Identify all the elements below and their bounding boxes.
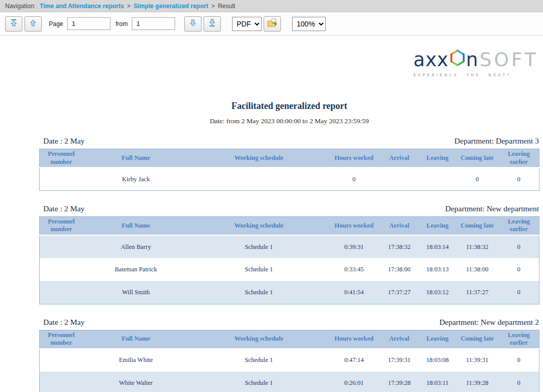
table-cell: 18:03:14 — [419, 235, 456, 258]
table-row: White WalterSchedule 10:26:0117:39:2818:… — [40, 372, 539, 392]
report-toolbar: Page from PDF 100% — [0, 12, 543, 36]
breadcrumb-separator: > — [127, 3, 130, 10]
column-header: Personnel number — [40, 216, 83, 235]
table-cell: 0:47:14 — [329, 349, 379, 372]
table-cell: 17:37:27 — [379, 281, 419, 304]
from-label: from — [116, 20, 128, 27]
table-cell: 0 — [499, 235, 539, 258]
table-cell: Bateman Patrick — [83, 258, 189, 281]
table-cell: Schedule 1 — [189, 372, 329, 392]
section-date-label: Date : 2 May — [43, 204, 84, 213]
first-page-icon — [10, 19, 18, 29]
column-header: Working schedule — [189, 149, 329, 168]
table-cell: 0 — [499, 372, 539, 392]
logo-hexagon-icon — [449, 49, 466, 70]
table-cell: 11:38:00 — [455, 258, 498, 281]
logo-text-n: n — [466, 50, 478, 69]
previous-page-icon — [29, 19, 37, 29]
report-table: Personnel numberFull NameWorking schedul… — [39, 149, 539, 191]
logo-text-soft: SOFT — [479, 50, 538, 69]
table-cell — [40, 372, 83, 392]
column-header: Full Name — [83, 330, 189, 349]
column-header: Leaving earlier — [499, 149, 539, 168]
section-header: Date : 2 May Department: Department 3 — [39, 136, 539, 149]
export-format-select[interactable]: PDF — [232, 17, 262, 31]
breadcrumb: Navigation: Time and Attendance reports … — [0, 0, 543, 12]
table-cell: Kirby Jack — [83, 167, 189, 190]
section-date-label: Date : 2 May — [43, 136, 84, 146]
logo-tagline: EXPERIENCE THE NEXT* — [413, 73, 538, 77]
column-header: Working schedule — [189, 216, 329, 235]
table-cell: 11:39:28 — [455, 372, 498, 392]
next-page-icon — [189, 19, 197, 29]
table-cell — [40, 167, 83, 190]
table-cell: 0 — [499, 281, 539, 304]
section-date-label: Date : 2 May — [43, 318, 84, 327]
column-header: Coming late — [455, 216, 498, 235]
previous-page-button[interactable] — [24, 16, 42, 32]
table-cell: Will Smith — [83, 281, 189, 304]
column-header: Leaving earlier — [499, 216, 539, 235]
table-header-row: Personnel numberFull NameWorking schedul… — [40, 330, 539, 349]
table-cell: 11:38:32 — [455, 235, 498, 258]
table-cell: 18:03:13 — [419, 258, 456, 281]
zoom-level-select[interactable]: 100% — [292, 17, 326, 31]
table-cell: Schedule 1 — [189, 281, 329, 304]
report-section: Date : 2 May Department: New department … — [39, 318, 539, 392]
table-cell: 0:41:54 — [329, 281, 379, 304]
table-cell: 17:38:00 — [379, 258, 419, 281]
breadcrumb-current: Result — [218, 3, 235, 10]
table-cell: 0:39:31 — [329, 235, 379, 258]
column-header: Full Name — [83, 216, 189, 235]
breadcrumb-link-simple-generalized[interactable]: Simple generalized report — [133, 3, 208, 10]
report-page: axx n SOFT EXPERIENCE THE NEXT* Facilita… — [0, 49, 543, 392]
table-header-row: Personnel numberFull NameWorking schedul… — [40, 149, 539, 168]
column-header: Hours worked — [329, 330, 379, 349]
table-cell: 11:39:31 — [455, 349, 498, 372]
last-page-icon — [208, 19, 216, 29]
table-cell — [40, 281, 83, 304]
table-cell: Schedule 1 — [189, 235, 329, 258]
column-header: Arrival — [379, 330, 419, 349]
table-row: Bateman PatrickSchedule 10:33:4517:38:00… — [40, 258, 539, 281]
table-cell — [40, 258, 83, 281]
breadcrumb-separator: > — [211, 3, 215, 10]
table-cell: 0 — [499, 349, 539, 372]
column-header: Leaving earlier — [499, 330, 539, 349]
page-number-input[interactable] — [67, 17, 110, 30]
table-cell: 17:39:28 — [379, 372, 419, 392]
report-table: Personnel numberFull NameWorking schedul… — [39, 216, 539, 304]
report-section: Date : 2 May Department: Department 3 Pe… — [39, 136, 539, 191]
table-header-row: Personnel numberFull NameWorking schedul… — [40, 216, 539, 235]
table-cell: Schedule 1 — [189, 258, 329, 281]
page-label: Page — [49, 20, 63, 27]
table-row: Will SmithSchedule 10:41:5417:37:2718:03… — [40, 281, 539, 304]
column-header: Coming late — [455, 330, 498, 349]
column-header: Arrival — [379, 149, 419, 168]
column-header: Working schedule — [189, 330, 329, 349]
export-button[interactable] — [264, 16, 281, 32]
table-cell: 0 — [329, 167, 379, 190]
table-cell: 0 — [455, 167, 498, 190]
next-page-button[interactable] — [184, 16, 202, 32]
breadcrumb-link-time-attendance[interactable]: Time and Attendance reports — [40, 3, 124, 10]
table-cell: 18:03:08 — [419, 349, 456, 372]
breadcrumb-prefix: Navigation: — [5, 3, 36, 10]
table-cell — [40, 349, 83, 372]
last-page-button[interactable] — [204, 16, 221, 32]
table-cell: 11:37:27 — [455, 281, 498, 304]
report-title: Facilitated generalized report — [39, 101, 539, 111]
column-header: Coming late — [455, 149, 498, 168]
first-page-button[interactable] — [5, 16, 22, 32]
report-date-range: Date: from 2 May 2023 00:00:00 to 2 May … — [39, 117, 539, 125]
table-cell: 17:38:32 — [379, 235, 419, 258]
table-cell: 18:03:11 — [419, 372, 456, 392]
total-pages-input[interactable] — [132, 17, 175, 30]
table-row: Kirby Jack000 — [40, 167, 539, 190]
table-cell: Emilia White — [83, 349, 189, 372]
table-cell: 0 — [499, 167, 539, 190]
table-cell: Schedule 1 — [189, 349, 329, 372]
table-cell: 0 — [499, 258, 539, 281]
column-header: Personnel number — [40, 330, 83, 349]
section-department-label: Department: New department — [445, 204, 539, 213]
